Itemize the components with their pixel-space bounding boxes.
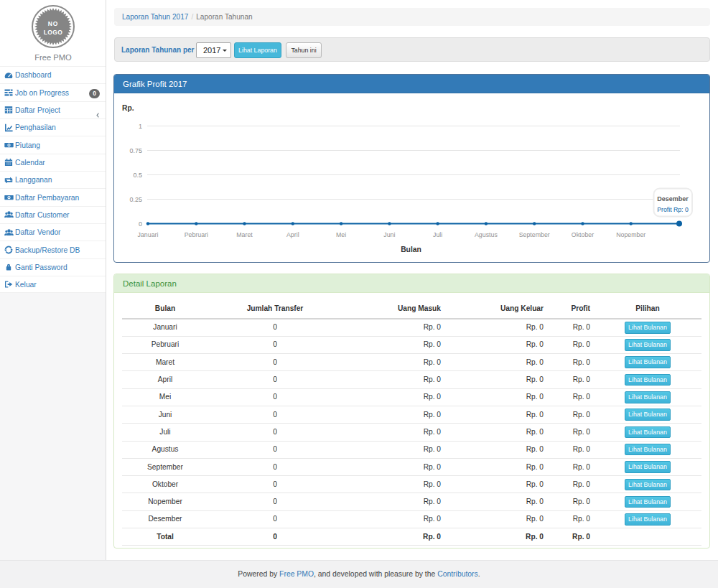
svg-text:1: 1 xyxy=(139,123,142,130)
svg-text:Pebruari: Pebruari xyxy=(185,231,208,238)
svg-text:Desember: Desember xyxy=(657,195,689,202)
svg-text:0.25: 0.25 xyxy=(129,196,142,203)
svg-text:LOGO: LOGO xyxy=(44,29,63,36)
svg-text:Profit Rp: 0: Profit Rp: 0 xyxy=(657,206,689,213)
svg-text:Bulan: Bulan xyxy=(401,246,421,253)
svg-text:NO: NO xyxy=(48,20,58,27)
svg-text:Rp.: Rp. xyxy=(122,104,134,112)
svg-text:April: April xyxy=(286,231,299,238)
svg-text:0: 0 xyxy=(139,220,142,228)
svg-text:Oktober: Oktober xyxy=(572,231,594,238)
svg-text:0.5: 0.5 xyxy=(133,172,142,179)
svg-text:Agustus: Agustus xyxy=(475,231,498,238)
svg-text:Maret: Maret xyxy=(236,231,253,238)
svg-text:Mei: Mei xyxy=(336,231,346,238)
svg-text:0.75: 0.75 xyxy=(129,147,142,154)
svg-text:Nopember: Nopember xyxy=(616,231,645,238)
svg-text:September: September xyxy=(519,231,550,238)
svg-text:Januari: Januari xyxy=(138,231,159,238)
svg-text:Juni: Juni xyxy=(383,231,395,238)
svg-text:Juli: Juli xyxy=(433,231,442,238)
